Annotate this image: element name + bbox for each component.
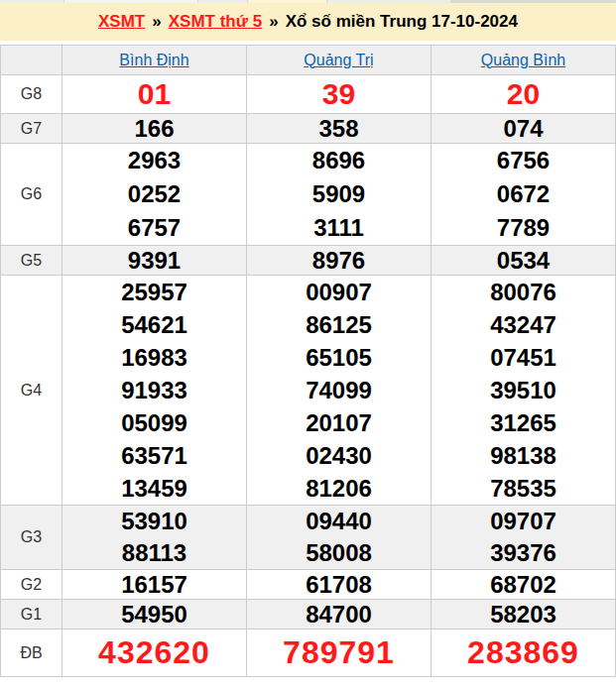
prize-cell: 869659093111: [247, 144, 431, 246]
prize-number: 7789: [431, 211, 615, 245]
prize-number: 13459: [62, 472, 246, 505]
prize-cell: 39: [247, 75, 431, 114]
prize-number: 74099: [247, 374, 431, 406]
breadcrumb-separator: »: [269, 12, 278, 32]
prize-row-db: ĐB432620789791283869: [1, 630, 616, 677]
prize-cell: 00907861256510574099201070243081206: [247, 276, 431, 506]
breadcrumb-link-xsmt-thu-5[interactable]: XSMT thứ 5: [169, 12, 262, 32]
breadcrumb-current: Xổ số miền Trung 17-10-2024: [286, 12, 518, 32]
prize-number: 58008: [247, 537, 431, 569]
prize-cell: 9391: [62, 246, 247, 276]
prize-number: 09707: [431, 506, 615, 537]
prize-label-g2: G2: [1, 570, 62, 600]
table-body: G8013920G7166358074G62963025267578696590…: [1, 75, 616, 677]
prize-number: 07451: [431, 341, 615, 374]
prize-cell: 0944058008: [247, 506, 431, 570]
prize-number: 6756: [431, 144, 615, 177]
prize-cell: 283869: [431, 630, 616, 677]
lottery-results-table: Bình Định Quảng Trị Quảng Bình G8013920G…: [0, 45, 616, 677]
prize-cell: 675606727789: [431, 144, 616, 246]
breadcrumb: XSMT » XSMT thứ 5 » Xổ số miền Trung 17-…: [0, 3, 616, 41]
prize-number: 63571: [62, 439, 246, 472]
prize-cell: 84700: [247, 600, 431, 630]
prize-label-db: ĐB: [1, 630, 62, 677]
prize-row-g3: G3539108811309440580080970739376: [1, 506, 616, 570]
prize-number: 86125: [247, 308, 431, 341]
prize-number: 9391: [62, 246, 246, 275]
prize-number: 20107: [247, 406, 431, 439]
tab-strip-segment: [198, 0, 248, 3]
prize-row-g2: G2161576170868702: [1, 570, 616, 600]
prize-cell: 01: [62, 75, 247, 114]
column-header-quang-tri: Quảng Trị: [247, 46, 431, 75]
prize-cell: 074: [431, 114, 616, 144]
prize-number: 358: [247, 114, 431, 143]
prize-cell: 58203: [431, 600, 616, 630]
prize-number: 2963: [62, 144, 246, 177]
prize-number: 8696: [247, 144, 431, 177]
tab-strip-segment: [327, 0, 451, 3]
prize-number: 5909: [247, 177, 431, 211]
prize-cell: 8976: [247, 246, 431, 276]
prize-number: 61708: [247, 570, 431, 599]
province-link-quang-binh[interactable]: Quảng Bình: [481, 52, 565, 68]
breadcrumb-separator: »: [152, 12, 161, 32]
prize-cell: 68702: [431, 570, 616, 600]
prize-cell: 432620: [62, 630, 247, 677]
province-link-binh-dinh[interactable]: Bình Định: [119, 52, 188, 68]
breadcrumb-link-xsmt[interactable]: XSMT: [98, 12, 145, 32]
prize-number: 074: [431, 114, 615, 143]
prize-number: 81206: [247, 472, 431, 505]
prize-number: 43247: [431, 308, 615, 341]
prize-number: 09440: [247, 506, 431, 537]
prize-number: 84700: [247, 600, 431, 629]
prize-row-g6: G6296302526757869659093111675606727789: [1, 144, 616, 246]
tab-strip-segment: [64, 0, 198, 3]
prize-cell: 789791: [247, 630, 431, 677]
prize-row-g5: G5939189760534: [1, 246, 616, 276]
prize-cell: 166: [62, 114, 247, 144]
prize-number: 0534: [431, 246, 615, 275]
prize-cell: 296302526757: [62, 144, 247, 246]
prize-cell: 0970739376: [431, 506, 616, 570]
prize-cell: 5391088113: [62, 506, 247, 570]
prize-number: 98138: [431, 439, 615, 472]
prize-number: 54621: [62, 308, 246, 341]
province-header-row: Bình Định Quảng Trị Quảng Bình: [1, 46, 616, 75]
prize-number: 39510: [431, 374, 615, 406]
prize-number: 39376: [431, 537, 615, 569]
prize-number: 53910: [62, 506, 246, 537]
prize-cell: 54950: [62, 600, 247, 630]
prize-number: 00907: [247, 276, 431, 308]
prize-number: 789791: [247, 630, 431, 676]
prize-label-g6: G6: [1, 144, 62, 246]
top-tab-strip: [0, 0, 616, 3]
prize-cell: 16157: [62, 570, 247, 600]
prize-number: 25957: [62, 276, 246, 308]
prize-label-g4: G4: [1, 276, 62, 506]
prize-number: 6757: [62, 211, 246, 245]
prize-row-g4: G425957546211698391933050996357113459009…: [1, 276, 616, 506]
prize-number: 58203: [431, 600, 615, 629]
prize-number: 80076: [431, 276, 615, 308]
prize-number: 02430: [247, 439, 431, 472]
prize-number: 3111: [247, 211, 431, 245]
tab-strip-segment: [248, 0, 327, 3]
prize-cell: 358: [247, 114, 431, 144]
prize-number: 39: [247, 75, 431, 113]
province-link-quang-tri[interactable]: Quảng Trị: [304, 52, 373, 68]
prize-row-g1: G1549508470058203: [1, 600, 616, 630]
prize-number: 68702: [431, 570, 615, 599]
prize-label-g7: G7: [1, 114, 62, 144]
prize-label-g8: G8: [1, 75, 62, 114]
prize-row-g8: G8013920: [1, 75, 616, 114]
column-header-binh-dinh: Bình Định: [62, 46, 247, 75]
prize-row-g7: G7166358074: [1, 114, 616, 144]
prize-number: 05099: [62, 406, 246, 439]
prize-number: 54950: [62, 600, 246, 629]
prize-number: 8976: [247, 246, 431, 275]
prize-number: 91933: [62, 374, 246, 406]
prize-cell: 0534: [431, 246, 616, 276]
prize-number: 20: [431, 75, 615, 113]
prize-cell: 80076432470745139510312659813878535: [431, 276, 616, 506]
